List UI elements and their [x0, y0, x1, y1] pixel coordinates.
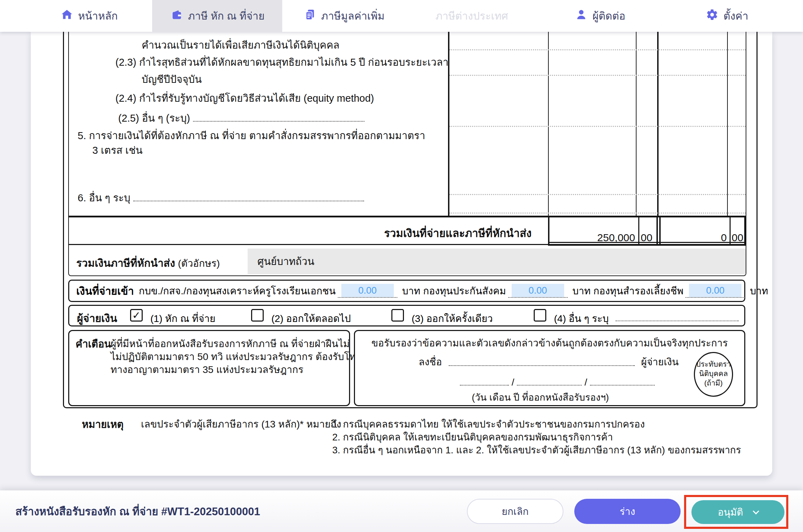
form-line: 3 เตรส เช่น: [92, 142, 143, 158]
form-line: (2.4) กำไรที่รับรู้ทางบัญชีโดยวิธีส่วนได…: [115, 90, 374, 106]
checkbox-pay-forever[interactable]: [251, 309, 264, 322]
chevron-down-icon[interactable]: [753, 508, 759, 514]
form-line: (2.3) กำไรสุทธิส่วนที่ได้หักผลขาดทุนสุทธ…: [115, 54, 448, 70]
total-cell-border: [638, 217, 639, 244]
draft-button[interactable]: ร่าง: [574, 499, 681, 524]
fund2-field: 0.00: [508, 284, 568, 298]
column-divider: [548, 32, 549, 216]
section-divider-line: [69, 216, 746, 217]
date-slash: /: [512, 377, 514, 388]
payer-option-label: (4) อื่น ๆ ระบุ: [554, 311, 609, 326]
fund3-input[interactable]: 0.00: [689, 284, 741, 297]
baht-label: บาท: [402, 283, 420, 299]
total-cell-border: [656, 217, 658, 244]
payer-box-label: ผู้จ่ายเงิน: [77, 310, 117, 326]
gear-icon: [706, 8, 718, 23]
date-caption: (วัน เดือน ปี ที่ออกหนังสือรับรองฯ): [376, 390, 705, 405]
payer-option-label: (1) หัก ณ ที่จ่าย: [150, 311, 215, 326]
dotted-row-line: [449, 194, 746, 195]
signer-role-label: ผู้จ่ายเงิน: [641, 354, 678, 369]
approve-button[interactable]: อนุมัติ: [691, 500, 784, 524]
tab-label: ตั้งค่า: [723, 8, 748, 24]
date-slash: /: [584, 377, 587, 388]
total-row-label: รวมเงินที่จ่ายและภาษีที่หักนำส่ง: [311, 224, 532, 242]
fund1-label: กบข./กสจ./กองทุนสงเคราะห์ครูโรงเรียนเอกช…: [139, 283, 336, 299]
total-in-words-label: รวมเงินภาษีที่หักนำส่ง (ตัวอักษร): [76, 255, 220, 271]
form-line: 6. อื่น ๆ ระบุ: [78, 190, 364, 206]
dotted-row-line: [449, 75, 746, 76]
tax-form-document: คำนวณเป็นรายได้เพื่อเสียภาษีเงินได้นิติบ…: [31, 32, 772, 476]
total-in-words-label-bold: รวมเงินภาษีที่หักนำส่ง: [76, 257, 175, 269]
payer-type-box: ผู้จ่ายเงิน ✓ (1) หัก ณ ที่จ่าย (2) ออกใ…: [68, 305, 745, 326]
form-line: บัญชีปีปัจจุบัน: [142, 71, 202, 87]
fund3-label: กองทุนสำรองเลี้ยงชีพ: [594, 283, 684, 299]
fund2-input[interactable]: 0.00: [512, 284, 564, 297]
tab-label: ภาษี หัก ณ ที่จ่าย: [188, 8, 265, 24]
total-double-line: [548, 245, 746, 246]
notes-intro: เลขประจำตัวผู้เสียภาษีอากร (13 หลัก)* หม…: [141, 416, 341, 432]
total-cell-border: [730, 217, 731, 244]
tab-foreign-tax: ภาษีต่างประเทศ: [435, 0, 508, 32]
tab-label: หน้าหลัก: [78, 8, 118, 24]
tab-contacts[interactable]: ผู้ติดต่อ: [575, 0, 625, 32]
tab-vat[interactable]: ภาษีมูลค่าเพิ่ม: [304, 0, 384, 32]
seal-text: นิติบุคคล: [695, 369, 732, 378]
fund-box-label: เงินที่จ่ายเข้า: [76, 283, 134, 299]
wallet-icon: [171, 8, 183, 23]
date-fill-row: / /: [460, 374, 655, 388]
column-divider: [657, 32, 659, 216]
total-in-words-value: ศูนย์บาทถ้วน: [248, 249, 746, 274]
certification-box: ขอรับรองว่าข้อความและตัวเลขดังกล่าวข้างต…: [354, 330, 745, 406]
cancel-button-label: ยกเลิก: [502, 504, 528, 519]
seal-text: ประทับตรา: [695, 359, 732, 369]
form-line-text: (2.5) อื่น ๆ (ระบุ): [118, 113, 190, 124]
notes-label: หมายเหตุ: [82, 416, 123, 432]
total-tax-satang: 00: [732, 232, 743, 244]
date-day-line: [460, 374, 509, 386]
draft-button-label: ร่าง: [620, 504, 635, 519]
fund3-field: 0.00: [685, 284, 745, 298]
date-month-line: [517, 374, 582, 386]
action-bar: สร้างหนังสือรับรองหัก ณ ที่จ่าย #WT1-202…: [0, 490, 803, 532]
tab-settings[interactable]: ตั้งค่า: [706, 0, 748, 32]
fund2-label: กองทุนประกันสังคม: [423, 283, 506, 299]
seal-text: (ถ้ามี): [695, 378, 732, 388]
checkbox-checked-icon: ✓: [132, 310, 141, 321]
tab-home[interactable]: หน้าหลัก: [61, 0, 118, 32]
checkbox-pay-once[interactable]: [391, 309, 404, 322]
person-icon: [575, 8, 588, 23]
document-title: สร้างหนังสือรับรองหัก ณ ที่จ่าย #WT1-202…: [15, 490, 260, 532]
form-line: 5. การจ่ายเงินได้ที่ต้องหักภาษี ณ ที่จ่า…: [78, 128, 425, 144]
certify-statement: ขอรับรองว่าข้อความและตัวเลขดังกล่าวข้างต…: [355, 335, 744, 351]
dotted-fill-in: [133, 191, 364, 201]
warning-box: คำเตือน ผู้ที่มีหน้าที่ออกหนังสือรับรองก…: [68, 330, 350, 406]
fund1-input[interactable]: 0.00: [341, 284, 394, 297]
tab-label: ภาษีต่างประเทศ: [435, 8, 508, 24]
tab-label: ผู้ติดต่อ: [592, 8, 625, 24]
total-cell-border: [744, 217, 746, 244]
checkbox-other[interactable]: [534, 309, 546, 322]
payer-option-label: (2) ออกให้ตลอดไป: [271, 311, 351, 326]
sign-label: ลงชื่อ: [419, 354, 442, 369]
company-seal-placeholder: ประทับตรา นิติบุคคล (ถ้ามี): [694, 352, 733, 397]
fund1-field: 0.00: [338, 284, 397, 298]
form-line: คำนวณเป็นรายได้เพื่อเสียภาษีเงินได้นิติบ…: [142, 37, 340, 53]
total-cell-border: [548, 217, 549, 244]
note-item: 3. กรณีอื่น ๆ นอกเหนือจาก 1. และ 2. ให้ใ…: [332, 442, 741, 458]
dotted-fill-in: [193, 111, 364, 122]
tab-withholding-tax[interactable]: ภาษี หัก ณ ที่จ่าย: [171, 0, 265, 32]
fund-contributions-box: เงินที่จ่ายเข้า กบข./กสจ./กองทุนสงเคราะห…: [68, 280, 745, 302]
total-amount-satang: 00: [641, 232, 652, 244]
column-divider: [636, 32, 637, 216]
home-icon: [61, 8, 73, 23]
total-tax-baht: 0: [678, 232, 727, 244]
total-in-words-label-normal: (ตัวอักษร): [178, 258, 220, 269]
dotted-row-line: [449, 126, 746, 127]
app-screen: หน้าหลัก ภาษี หัก ณ ที่จ่าย ภาษีมูลค่าเพ…: [0, 0, 803, 532]
top-navbar: หน้าหลัก ภาษี หัก ณ ที่จ่าย ภาษีมูลค่าเพ…: [0, 0, 803, 32]
cancel-button[interactable]: ยกเลิก: [467, 499, 563, 524]
checkbox-withheld-at-source[interactable]: ✓: [130, 309, 143, 322]
tab-label: ภาษีมูลค่าเพิ่ม: [321, 8, 384, 24]
column-divider: [727, 32, 728, 216]
total-cell-border: [659, 217, 661, 244]
